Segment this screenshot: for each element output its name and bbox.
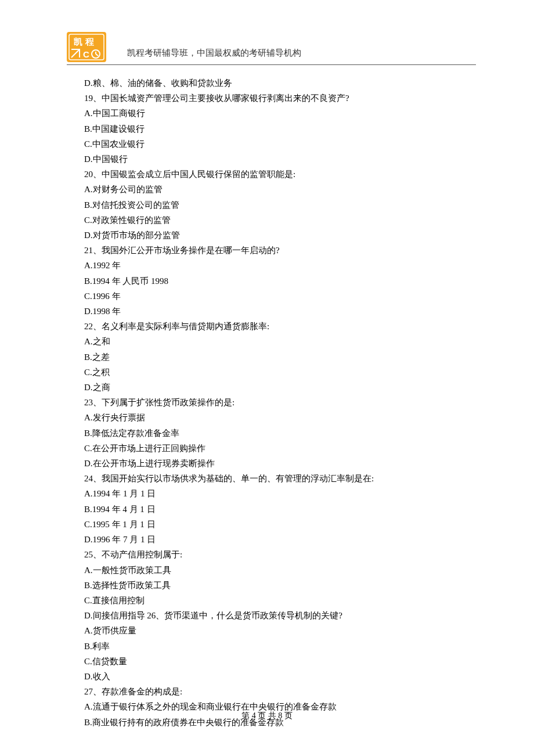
page-footer: 第 4 页 共 8 页	[0, 711, 534, 721]
text-line: B.之差	[84, 350, 476, 365]
text-line: C.信贷数量	[84, 654, 476, 669]
text-line: D.间接信用指导 26、货币渠道中，什么是货币政策传导机制的关键?	[84, 608, 476, 623]
text-line: 20、中国银监会成立后中国人民银行保留的监管职能是:	[84, 167, 476, 182]
document-page: 凯 程 C 凯程考研辅导班，中国最权威的考研辅导机构 D.粮、棉、油的储备、收购…	[0, 0, 534, 756]
header-tagline: 凯程考研辅导班，中国最权威的考研辅导机构	[127, 48, 301, 62]
text-line: C.1996 年	[84, 289, 476, 304]
text-line: D.收入	[84, 669, 476, 684]
text-line: C.之积	[84, 365, 476, 380]
text-line: A.对财务公司的监管	[84, 182, 476, 197]
text-line: C.中国农业银行	[84, 136, 476, 152]
text-line: B.对信托投资公司的监管	[84, 197, 476, 213]
text-line: 19、中国长城资产管理公司主要接收从哪家银行剥离出来的不良资产?	[84, 91, 476, 106]
text-line: D.对货币市场的部分监管	[84, 228, 476, 243]
text-line: 25、不动产信用控制属于:	[84, 547, 476, 562]
brand-logo: 凯 程 C	[67, 32, 106, 62]
text-line: B.中国建设银行	[84, 121, 476, 136]
svg-text:程: 程	[85, 37, 94, 46]
text-line: A.一般性货币政策工具	[84, 563, 476, 578]
text-line: B.1994 年 人民币 1998	[84, 273, 476, 289]
text-line: D.在公开市场上进行现券卖断操作	[84, 456, 476, 471]
text-line: C.直接信用控制	[84, 593, 476, 608]
text-line: 23、下列属于扩张性货币政策操作的是:	[84, 395, 476, 410]
text-line: D.1996 年 7 月 1 日	[84, 532, 476, 547]
svg-text:凯: 凯	[74, 37, 82, 46]
text-line: D.粮、棉、油的储备、收购和贷款业务	[84, 75, 476, 91]
text-line: A.货币供应量	[84, 623, 476, 638]
document-body: D.粮、棉、油的储备、收购和贷款业务 19、中国长城资产管理公司主要接收从哪家银…	[0, 65, 534, 730]
text-line: D.之商	[84, 380, 476, 395]
text-line: D.1998 年	[84, 304, 476, 319]
text-line: B.利率	[84, 639, 476, 654]
text-line: 27、存款准备金的构成是:	[84, 684, 476, 699]
text-line: A.中国工商银行	[84, 106, 476, 121]
text-line: C.在公开市场上进行正回购操作	[84, 441, 476, 456]
text-line: C.1995 年 1 月 1 日	[84, 517, 476, 532]
text-line: B.1994 年 4 月 1 日	[84, 502, 476, 517]
text-line: 21、我国外汇公开市场业务操作是在哪一年启动的?	[84, 243, 476, 258]
text-line: C.对政策性银行的监管	[84, 213, 476, 228]
text-line: 24、我国开始实行以市场供求为基础的、单一的、有管理的浮动汇率制是在:	[84, 471, 476, 486]
text-line: A.1994 年 1 月 1 日	[84, 486, 476, 501]
text-line: A.1992 年	[84, 258, 476, 273]
text-line: D.中国银行	[84, 152, 476, 167]
page-number: 第 4 页 共 8 页	[241, 711, 293, 720]
text-line: A.发行央行票据	[84, 410, 476, 425]
svg-text:C: C	[83, 49, 89, 59]
text-line: 22、名义利率是实际利率与借贷期内通货膨胀率:	[84, 319, 476, 334]
text-line: B.降低法定存款准备金率	[84, 426, 476, 441]
text-line: A.之和	[84, 334, 476, 349]
text-line: B.选择性货币政策工具	[84, 578, 476, 593]
page-header: 凯 程 C 凯程考研辅导班，中国最权威的考研辅导机构	[0, 32, 534, 64]
